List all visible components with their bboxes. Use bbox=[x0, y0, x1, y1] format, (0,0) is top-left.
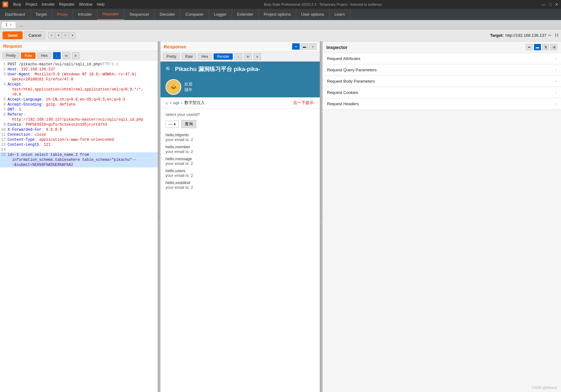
view-btn-split[interactable]: ▪▪ bbox=[292, 43, 300, 50]
inspector-icon-expand[interactable]: ⇉ bbox=[550, 44, 557, 50]
result-2: hello,member your email is: 2 bbox=[166, 144, 315, 154]
section-attributes-arrow: › bbox=[556, 57, 557, 60]
result-5: hello,xssblind your email is: 2 bbox=[166, 180, 315, 190]
tab-more[interactable]: … bbox=[17, 22, 26, 27]
view-btn-single[interactable]: ▪ bbox=[309, 43, 317, 50]
result-1-email: your email is: 2 bbox=[166, 137, 315, 142]
menu-burp[interactable]: Burp bbox=[13, 2, 21, 7]
inspector-icons: ▪▪ ▬ ⇅ ⇉ bbox=[526, 44, 557, 50]
send-button[interactable]: Send bbox=[3, 31, 23, 39]
section-attributes-label: Request Attributes bbox=[327, 56, 360, 61]
request-code-area[interactable]: 1 POST /pikachu-master/vul/sqli/sqli_id.… bbox=[0, 61, 158, 392]
req-raw-btn[interactable]: Raw bbox=[21, 52, 35, 59]
nav-target[interactable]: Target bbox=[30, 9, 52, 20]
request-panel: Request Pretty Raw Hex ↓ \n ≡ 1 POST /pi… bbox=[0, 41, 159, 392]
inspector-toggle[interactable]: H bbox=[555, 33, 558, 38]
resp-newline-icon[interactable]: \n bbox=[244, 53, 252, 60]
render-site-header: 🔍 Pikachu 漏洞练习平台 pika-pika- bbox=[161, 62, 320, 77]
inspector-section-body-params[interactable]: Request Body Parameters › bbox=[323, 76, 561, 87]
response-format-bar: Pretty Raw Hex Render ↓ \n ≡ bbox=[161, 52, 320, 62]
breadcrumb: ⌂ › sqli › 数字型注入 点一下提示- bbox=[161, 97, 320, 108]
next-dropdown[interactable]: ▾ bbox=[69, 32, 75, 39]
breadcrumb-separator: › bbox=[170, 101, 171, 105]
req-hex-btn[interactable]: Hex bbox=[37, 52, 51, 59]
view-btn-horiz[interactable]: ▬ bbox=[301, 43, 308, 50]
next-arrow[interactable]: > bbox=[62, 32, 68, 39]
nav-sequencer[interactable]: Sequencer bbox=[124, 9, 155, 20]
home-icon[interactable]: ⌂ bbox=[166, 101, 168, 105]
code-line-4b: text/html,application/xhtml+xml,applicat… bbox=[0, 87, 158, 97]
req-format-icon[interactable]: ↓ bbox=[53, 52, 61, 59]
nav-extender[interactable]: Extender bbox=[232, 9, 259, 20]
menu-project[interactable]: Project bbox=[25, 2, 37, 7]
avatar: 🐱 bbox=[166, 79, 181, 95]
prev-arrow[interactable]: < bbox=[48, 32, 55, 39]
navbar: Dashboard Target Proxy Intruder Repeater… bbox=[0, 9, 561, 20]
userid-dropdown[interactable]: — ▾ bbox=[166, 121, 179, 128]
menu-repeater[interactable]: Repeater bbox=[59, 2, 74, 7]
nav-repeater[interactable]: Repeater bbox=[97, 9, 124, 20]
inspector-sections: Request Attributes › Request Query Param… bbox=[323, 53, 561, 110]
query-button[interactable]: 查询 bbox=[181, 120, 196, 128]
code-line-4: 4 Accept: bbox=[0, 82, 158, 87]
nav-project-options[interactable]: Project options bbox=[259, 9, 296, 20]
cancel-button[interactable]: Cancel bbox=[25, 31, 45, 39]
resp-format-icon[interactable]: ↓ bbox=[235, 53, 242, 60]
inspector-icon-filter[interactable]: ⇅ bbox=[542, 44, 549, 50]
result-list: hello,httpinfo your email is: 2 hello,me… bbox=[166, 133, 315, 190]
resp-hex-btn[interactable]: Hex bbox=[198, 53, 211, 60]
inspector-section-headers[interactable]: Request Headers › bbox=[323, 98, 561, 110]
req-menu-icon[interactable]: ≡ bbox=[72, 52, 79, 59]
target-url: http://192.168.136.137 bbox=[505, 33, 546, 38]
code-line-6: 6 Accept-Encoding: gzip, deflate bbox=[0, 102, 158, 107]
hint-link[interactable]: 点一下提示- bbox=[293, 100, 315, 106]
target-info: Target: http://192.168.136.137 ✏ H bbox=[490, 33, 558, 38]
nav-decoder[interactable]: Decoder bbox=[155, 9, 180, 20]
close-btn[interactable]: ✕ bbox=[555, 2, 558, 7]
nav-learn[interactable]: Learn bbox=[330, 9, 350, 20]
resp-pretty-btn[interactable]: Pretty bbox=[163, 53, 180, 60]
inspector-panel: Inspector ▪▪ ▬ ⇅ ⇉ Request Attributes › … bbox=[323, 41, 561, 392]
result-5-name: hello,xssblind bbox=[166, 180, 315, 185]
result-2-name: hello,member bbox=[166, 144, 315, 149]
menu-help[interactable]: Help bbox=[97, 2, 105, 7]
breadcrumb-sqli[interactable]: sqli bbox=[173, 101, 179, 105]
minimize-btn[interactable]: — bbox=[542, 2, 546, 7]
titlebar-menu: Burp Project Intruder Repeater Window He… bbox=[13, 2, 105, 7]
nav-proxy[interactable]: Proxy bbox=[52, 9, 73, 20]
req-newline-icon[interactable]: \n bbox=[63, 52, 70, 59]
watermark: CSDN @fifteenz bbox=[532, 386, 557, 389]
req-pretty-btn[interactable]: Pretty bbox=[3, 52, 19, 59]
prev-dropdown[interactable]: ▾ bbox=[55, 32, 62, 39]
nav-comparer[interactable]: Comparer bbox=[180, 9, 209, 20]
request-format-bar: Pretty Raw Hex ↓ \n ≡ bbox=[0, 51, 158, 61]
resp-render-btn[interactable]: Render bbox=[214, 53, 233, 60]
nav-intruder[interactable]: Intruder bbox=[73, 9, 97, 20]
inspector-section-attributes[interactable]: Request Attributes › bbox=[323, 53, 561, 64]
response-panel: Response ▪▪ ▬ ▪ Pretty Raw Hex Render ↓ … bbox=[161, 41, 321, 392]
inspector-icon-1[interactable]: ▪▪ bbox=[526, 44, 533, 50]
maximize-btn[interactable]: □ bbox=[549, 2, 552, 7]
nav-dashboard[interactable]: Dashboard bbox=[0, 9, 30, 20]
resp-menu-icon[interactable]: ≡ bbox=[253, 53, 261, 60]
menu-window[interactable]: Window bbox=[79, 2, 92, 7]
breadcrumb-separator2: › bbox=[181, 101, 182, 105]
menu-intruder[interactable]: Intruder bbox=[42, 2, 55, 7]
window-controls: — □ ✕ bbox=[542, 2, 558, 7]
breadcrumb-inject: 数字型注入 bbox=[184, 100, 205, 106]
render-content: select your userid? — ▾ 查询 hello,httpinf… bbox=[161, 108, 320, 196]
inspector-section-query-params[interactable]: Request Query Parameters › bbox=[323, 64, 561, 76]
edit-target-icon[interactable]: ✏ bbox=[548, 33, 552, 38]
inspector-icon-2[interactable]: ▬ bbox=[534, 44, 541, 50]
nav-logger[interactable]: Logger bbox=[209, 9, 232, 20]
inspector-section-cookies[interactable]: Request Cookies › bbox=[323, 87, 561, 98]
result-3-name: hello,message bbox=[166, 156, 315, 161]
code-line-10: 10 X-Forwarded-For: 8.8.8.8 bbox=[0, 127, 158, 132]
tab-1-close[interactable]: ✕ bbox=[9, 23, 12, 26]
code-line-15: 15 id=-1 union select table_name,2 from … bbox=[0, 152, 158, 167]
resp-raw-btn[interactable]: Raw bbox=[182, 53, 196, 60]
titlebar: B Burp Project Intruder Repeater Window … bbox=[0, 0, 561, 9]
section-headers-label: Request Headers bbox=[327, 101, 359, 106]
tab-1[interactable]: 1 ✕ bbox=[1, 22, 16, 28]
nav-user-options[interactable]: User options bbox=[296, 9, 330, 20]
